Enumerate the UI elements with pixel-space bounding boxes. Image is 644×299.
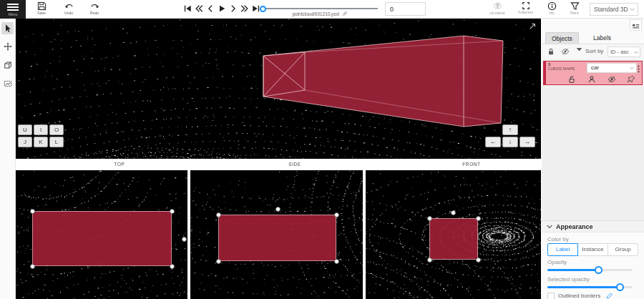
object-label-select[interactable]: car xyxy=(587,63,637,73)
fullscreen-button[interactable]: Fullscreen xyxy=(514,1,538,14)
move-tool-button[interactable] xyxy=(1,41,14,53)
cuboid-top-projection[interactable] xyxy=(32,211,172,266)
opacity-slider[interactable] xyxy=(547,266,633,274)
color-by-label-button[interactable]: Label xyxy=(547,243,578,256)
cuboid-side-projection[interactable] xyxy=(218,215,336,261)
brain-icon xyxy=(493,1,502,11)
color-by-group: Label Instance Group xyxy=(547,243,638,256)
filters-button[interactable]: Filters xyxy=(564,1,585,15)
image-context-tool-button[interactable] xyxy=(1,78,14,90)
objects-list-controls: Sort by ID - asc xyxy=(542,44,644,59)
lock-all-icon[interactable] xyxy=(547,47,555,56)
undo-button[interactable]: Undo xyxy=(57,1,80,18)
color-by-group-button[interactable]: Group xyxy=(608,243,638,256)
resize-handle[interactable] xyxy=(334,212,339,217)
slider-handle[interactable] xyxy=(616,283,624,291)
link-icon[interactable] xyxy=(342,11,348,16)
key-u-button[interactable]: U xyxy=(18,124,32,135)
resize-handle[interactable] xyxy=(30,209,35,214)
selected-cuboid-3d[interactable] xyxy=(16,19,541,159)
tab-labels[interactable]: Labels xyxy=(587,32,617,44)
filter-icon xyxy=(570,1,580,11)
play-button[interactable] xyxy=(218,4,226,14)
tab-objects[interactable]: Objects xyxy=(545,32,579,44)
resize-handle[interactable] xyxy=(216,212,221,217)
collapse-sidebar-button[interactable] xyxy=(630,19,642,31)
main-menu-button[interactable]: Menu xyxy=(0,0,26,19)
resize-handle[interactable] xyxy=(30,264,35,269)
filename-text: pointcloud/001210.pcd xyxy=(292,11,338,16)
sort-value: ID - asc xyxy=(610,49,629,55)
resize-handle[interactable] xyxy=(476,216,481,221)
sort-select[interactable]: ID - asc xyxy=(608,46,640,57)
cuboid-tool-button[interactable] xyxy=(1,59,14,72)
resize-handle[interactable] xyxy=(334,259,339,264)
first-frame-button[interactable] xyxy=(183,4,192,14)
not-trained-label: not trained xyxy=(484,11,511,15)
object-list-item[interactable]: 3 CUBOID SHAPE car xyxy=(543,61,643,85)
resize-handle[interactable] xyxy=(170,209,175,214)
object-hide-icon[interactable] xyxy=(608,75,616,84)
save-button[interactable]: Save xyxy=(30,1,53,18)
key-i-button[interactable]: I xyxy=(34,124,48,135)
resize-handle[interactable] xyxy=(216,259,221,264)
key-o-button[interactable]: O xyxy=(49,124,64,135)
slider-handle[interactable] xyxy=(595,266,602,274)
cuboid-front-projection[interactable] xyxy=(429,218,478,260)
nav-left-button[interactable]: ← xyxy=(485,137,501,147)
redo-button[interactable]: Redo xyxy=(83,1,106,18)
hide-all-icon[interactable] xyxy=(561,47,570,56)
rotate-handle[interactable] xyxy=(275,207,280,212)
save-label: Save xyxy=(30,11,53,15)
undo-label: Undo xyxy=(57,11,80,15)
object-id: 3 xyxy=(548,62,550,67)
rotate-handle[interactable] xyxy=(451,210,456,215)
chevron-down-icon xyxy=(630,8,635,11)
resize-handle[interactable] xyxy=(170,264,175,269)
top-ortho-view[interactable] xyxy=(16,170,187,299)
nav-up-button[interactable]: ↑ xyxy=(502,124,518,135)
front-ortho-view[interactable] xyxy=(366,170,541,299)
playback-controls xyxy=(183,4,260,14)
outlined-borders-checkbox[interactable] xyxy=(547,293,555,299)
perspective-3d-view[interactable]: U I O J K L ↑ ← ↓ → xyxy=(16,19,541,159)
appearance-header[interactable]: Appearance xyxy=(542,221,644,232)
object-occluded-icon[interactable] xyxy=(587,75,596,84)
selected-opacity-slider[interactable] xyxy=(547,283,633,291)
ai-tools-button[interactable]: not trained xyxy=(484,1,511,15)
tools-sidebar xyxy=(0,19,16,299)
nav-down-button[interactable]: ↓ xyxy=(502,137,518,147)
key-k-button[interactable]: K xyxy=(34,137,48,147)
resize-view-icon[interactable] xyxy=(528,22,537,31)
frame-number-input[interactable] xyxy=(385,2,426,16)
key-l-button[interactable]: L xyxy=(49,137,64,147)
backward-frame-button[interactable] xyxy=(195,4,203,14)
side-ortho-view[interactable] xyxy=(190,170,363,299)
image-context-icon xyxy=(4,79,12,88)
appearance-panel: Appearance Color by Label Instance Group… xyxy=(542,220,644,299)
object-actions-menu-button[interactable] xyxy=(635,63,641,76)
forward-frame-button[interactable] xyxy=(240,4,249,14)
color-by-instance-button[interactable]: Instance xyxy=(577,243,608,256)
cursor-tool-button[interactable] xyxy=(1,22,14,34)
workspace-value: Standard 3D xyxy=(594,6,628,13)
object-lock-icon[interactable] xyxy=(567,75,576,84)
info-button[interactable]: Info xyxy=(541,1,562,15)
key-j-button[interactable]: J xyxy=(18,137,32,147)
outlined-borders-label: Outlined borders xyxy=(558,293,600,299)
rotate-handle[interactable] xyxy=(182,237,187,242)
sidebar-header xyxy=(542,19,644,31)
object-pin-icon[interactable] xyxy=(627,75,635,84)
appearance-title: Appearance xyxy=(556,223,593,230)
nav-right-button[interactable]: → xyxy=(519,137,535,147)
hamburger-icon xyxy=(7,4,19,11)
workspace-select[interactable]: Standard 3D xyxy=(590,3,638,16)
previous-frame-button[interactable] xyxy=(206,4,215,14)
expand-all-caret-icon[interactable] xyxy=(576,47,582,52)
edit-color-pen-icon[interactable] xyxy=(606,293,613,299)
resize-handle[interactable] xyxy=(427,216,432,221)
resize-handle[interactable] xyxy=(476,258,481,263)
next-frame-button[interactable] xyxy=(229,4,238,14)
top-view-label: TOP xyxy=(91,162,148,167)
resize-handle[interactable] xyxy=(427,258,432,263)
